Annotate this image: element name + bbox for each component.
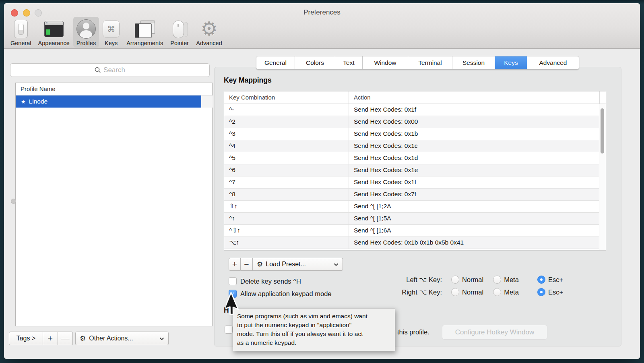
terminal-window-icon [44, 21, 64, 37]
key-combination-cell: ^5 [224, 152, 349, 164]
titlebar: Preferences General Appearance Profiles … [4, 3, 640, 49]
profile-row-secondary-cell [201, 95, 213, 108]
tab-text[interactable]: Text [335, 56, 363, 69]
left-option-meta[interactable]: Meta [493, 276, 519, 284]
profile-list-controls: Tags > + — ⚙ Other Actions... [9, 332, 169, 345]
table-row[interactable]: ^6Send Hex Codes: 0x1e [224, 164, 599, 176]
action-cell: Send Hex Codes: 0x1c [349, 140, 599, 152]
table-row[interactable]: ⇧↑Send ^[ [1;2A [224, 201, 599, 213]
window-title: Preferences [4, 8, 640, 17]
profile-tabbar: GeneralColorsTextWindowTerminalSessionKe… [256, 56, 579, 70]
key-combination-cell: ^8 [224, 189, 349, 200]
tab-general[interactable]: General [256, 56, 295, 69]
hotkey-checkbox[interactable] [225, 326, 233, 334]
column-header-action[interactable]: Action [349, 91, 600, 104]
table-row[interactable]: ^8Send Hex Codes: 0x7f [224, 189, 599, 201]
key-combination-cell: ^2 [224, 116, 349, 128]
table-row[interactable]: ⌥↑Send Hex Codes: 0x1b 0x1b 0x5b 0x41 [224, 237, 599, 249]
toolbar-item-arrangements[interactable]: Arrangements [123, 17, 166, 48]
column-header-key-combination[interactable]: Key Combination [224, 91, 349, 104]
toolbar-item-profiles[interactable]: Profiles [73, 17, 99, 48]
add-mapping-button[interactable]: + [229, 258, 241, 271]
tags-button[interactable]: Tags > [9, 332, 43, 345]
action-cell: Send Hex Codes: 0x1e [349, 164, 599, 176]
action-cell: Send Hex Codes: 0x1d [349, 152, 599, 164]
right-option-normal[interactable]: Normal [451, 288, 483, 296]
right-option-esc[interactable]: Esc+ [537, 288, 563, 296]
action-cell: Send Hex Codes: 0x00 [349, 116, 599, 128]
key-combination-cell: ^7 [224, 176, 349, 188]
profile-name-column-header[interactable]: Profile Name [16, 83, 212, 95]
gear-icon: ⚙ [257, 260, 263, 269]
table-row[interactable]: ^↑Send ^[ [1;5A [224, 213, 599, 225]
mouse-cursor [226, 290, 249, 317]
key-combination-cell: ^3 [224, 128, 349, 140]
star-icon: ★ [21, 99, 26, 105]
command-key-icon: ⌘ [103, 21, 120, 37]
action-cell: Send Hex Codes: 0x7f [349, 189, 599, 200]
toolbar-item-appearance[interactable]: Appearance [35, 17, 73, 48]
windows-icon [135, 21, 155, 37]
pane-resize-handle[interactable] [11, 199, 16, 204]
preferences-toolbar: General Appearance Profiles ⌘ Keys Arran… [7, 17, 226, 48]
table-row[interactable]: ^5Send Hex Codes: 0x1d [224, 152, 599, 164]
action-cell: Send Hex Codes: 0x1b 0x1b 0x5b 0x41 [349, 237, 599, 249]
key-mappings-controls: + − ⚙ Load Preset... [229, 258, 343, 271]
column-divider [201, 83, 201, 326]
key-combination-cell: ^4 [224, 140, 349, 152]
table-row[interactable]: ^4Send Hex Codes: 0x1c [224, 140, 599, 152]
toggle-switch-icon [14, 20, 28, 38]
search-input[interactable]: Search [10, 63, 210, 77]
key-mappings-heading: Key Mappings [224, 76, 272, 85]
keypad-mode-tooltip: Some programs (such as vim and emacs) wa… [233, 308, 395, 351]
toolbar-item-keys[interactable]: ⌘ Keys [99, 17, 123, 48]
search-icon [95, 67, 101, 73]
table-row[interactable]: ^2Send Hex Codes: 0x00 [224, 116, 599, 128]
toolbar-item-general[interactable]: General [7, 17, 35, 48]
delete-key-checkbox[interactable] [229, 277, 237, 285]
table-row[interactable]: ^7Send Hex Codes: 0x1f [224, 176, 599, 189]
action-cell: Send ^[ [1;6A [349, 225, 599, 236]
action-cell: Send Hex Codes: 0x1f [349, 104, 599, 116]
preferences-window: Preferences General Appearance Profiles … [4, 3, 640, 359]
left-option-key-group: Left ⌥ Key: Normal Meta Esc+ [388, 276, 563, 284]
load-preset-dropdown[interactable]: ⚙ Load Preset... [253, 258, 343, 271]
chevron-down-icon [334, 261, 339, 268]
action-cell: Send Hex Codes: 0x1b [349, 128, 599, 140]
table-row[interactable]: ^3Send Hex Codes: 0x1b [224, 128, 599, 140]
key-combination-cell: ⇧↑ [224, 201, 349, 212]
search-placeholder: Search [95, 66, 125, 74]
hotkey-profile-text: this profile. [397, 328, 429, 336]
toolbar-item-pointer[interactable]: Pointer [167, 17, 192, 48]
delete-key-sends-option: Delete key sends ^H [229, 277, 301, 285]
left-option-esc[interactable]: Esc+ [537, 276, 563, 284]
toolbar-item-advanced[interactable]: ⚙ Advanced [193, 17, 225, 48]
right-option-meta[interactable]: Meta [493, 288, 519, 296]
tab-terminal[interactable]: Terminal [408, 56, 452, 69]
action-cell: Send ^[ [1;2A [349, 201, 599, 212]
left-option-normal[interactable]: Normal [451, 276, 483, 284]
profile-list: Profile Name ★ Linode [15, 83, 213, 326]
action-cell: Send Hex Codes: 0x1f [349, 176, 599, 188]
key-combination-cell: ^6 [224, 164, 349, 176]
tab-keys[interactable]: Keys [495, 56, 527, 69]
gear-icon: ⚙ [200, 19, 218, 39]
key-combination-cell: ⌥↑ [224, 237, 349, 249]
configure-hotkey-window-button[interactable]: Configure Hotkey Window [442, 325, 547, 340]
table-body: ^-Send Hex Codes: 0x1f^2Send Hex Codes: … [224, 104, 599, 250]
scrollbar-thumb[interactable] [601, 108, 604, 153]
key-combination-cell: ^↑ [224, 213, 349, 224]
table-scrollbar[interactable] [599, 104, 606, 250]
tab-colors[interactable]: Colors [295, 56, 335, 69]
other-actions-dropdown[interactable]: ⚙ Other Actions... [75, 332, 169, 345]
key-combination-cell: ^- [224, 104, 349, 116]
table-row[interactable]: ^-Send Hex Codes: 0x1f [224, 104, 599, 116]
profile-row-linode[interactable]: ★ Linode [16, 95, 201, 108]
remove-profile-button: — [58, 332, 73, 345]
remove-mapping-button[interactable]: − [241, 258, 253, 271]
tab-session[interactable]: Session [452, 56, 495, 69]
table-row[interactable]: ^⇧↑Send ^[ [1;6A [224, 225, 599, 237]
tab-window[interactable]: Window [363, 56, 408, 69]
add-profile-button[interactable]: + [43, 332, 58, 345]
tab-advanced[interactable]: Advanced [527, 56, 579, 69]
